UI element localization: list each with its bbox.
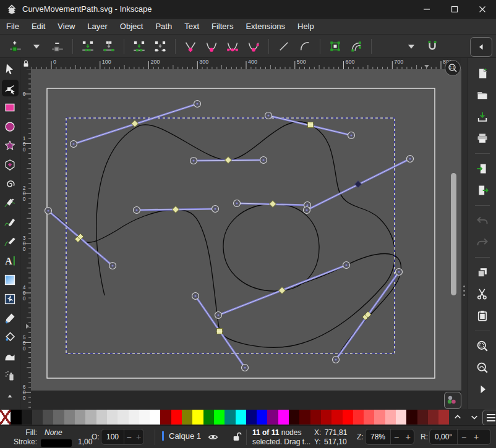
smooth-node-button[interactable] xyxy=(202,37,221,56)
opacity-increase-button[interactable]: + xyxy=(134,432,143,442)
join-with-segment-button[interactable] xyxy=(129,37,149,56)
menu-edit[interactable]: Edit xyxy=(25,19,51,33)
vertical-scrollbar-thumb[interactable] xyxy=(451,173,456,295)
tool-rectangle[interactable] xyxy=(2,99,19,116)
path-node[interactable] xyxy=(279,287,286,294)
tool-mesh-gradient[interactable] xyxy=(2,290,19,307)
rotation-value[interactable]: 0,00° xyxy=(430,433,457,441)
object-to-path-button[interactable] xyxy=(325,37,345,56)
palette-swatch[interactable] xyxy=(385,410,396,425)
palette-swatch-none[interactable] xyxy=(0,410,11,425)
palette-swatch[interactable] xyxy=(118,410,128,425)
palette-swatch[interactable] xyxy=(310,410,321,425)
palette-swatch[interactable] xyxy=(289,410,299,425)
tool-node-editor[interactable] xyxy=(2,80,19,96)
palette-menu-button[interactable] xyxy=(482,410,496,426)
stroke-width-value[interactable]: 1,00 xyxy=(78,437,92,446)
palette-swatch[interactable] xyxy=(43,410,53,425)
palette-scroll-up-button[interactable] xyxy=(449,409,466,425)
palette-swatch[interactable] xyxy=(192,410,203,425)
menu-path[interactable]: Path xyxy=(149,19,178,33)
palette-swatch[interactable] xyxy=(353,410,364,425)
toolbox-overflow-button[interactable] xyxy=(2,387,19,404)
path-node[interactable] xyxy=(173,206,179,213)
zoom-drawing-button[interactable] xyxy=(474,360,491,376)
curve-segment-button[interactable] xyxy=(295,37,315,56)
menu-extensions[interactable]: Extensions xyxy=(239,19,291,33)
menu-help[interactable]: Help xyxy=(291,19,320,33)
tool-calligraphy[interactable] xyxy=(2,233,19,250)
rotation-increase-button[interactable]: + xyxy=(470,432,482,442)
zoom-widget[interactable]: 78% − + xyxy=(365,429,414,445)
insert-node-button[interactable] xyxy=(6,37,25,56)
palette-swatch[interactable] xyxy=(364,410,374,425)
zoom-value[interactable]: 78% xyxy=(366,433,390,441)
palette-swatch[interactable] xyxy=(75,410,85,425)
stroke-to-path-button[interactable] xyxy=(346,37,366,56)
path-node[interactable] xyxy=(225,157,232,164)
open-document-button[interactable] xyxy=(474,87,491,103)
import-button[interactable] xyxy=(474,161,491,177)
close-button[interactable] xyxy=(468,0,496,19)
dock-splitter[interactable] xyxy=(461,58,468,409)
layer-lock-toggle[interactable] xyxy=(231,431,242,442)
tool-pen[interactable] xyxy=(2,195,19,211)
opacity-widget[interactable]: 100 − + xyxy=(101,429,144,445)
tool-dropper[interactable] xyxy=(2,310,19,326)
palette-swatch[interactable] xyxy=(129,410,139,425)
tool-ellipse[interactable] xyxy=(2,118,19,135)
tool-selector[interactable] xyxy=(2,61,19,77)
palette-swatch[interactable] xyxy=(160,410,171,425)
path-node[interactable] xyxy=(132,120,139,127)
palette-swatch[interactable] xyxy=(107,410,118,425)
tool-star[interactable] xyxy=(2,137,19,154)
palette-swatch[interactable] xyxy=(331,410,342,425)
join-nodes-button[interactable] xyxy=(78,37,98,56)
menu-object[interactable]: Object xyxy=(114,19,150,33)
palette-swatch[interactable] xyxy=(150,410,160,425)
palette-swatch[interactable] xyxy=(22,410,32,425)
palette-swatch[interactable] xyxy=(64,410,75,425)
palette-swatch[interactable] xyxy=(85,410,96,425)
palette-scroll-down-button[interactable] xyxy=(466,409,482,425)
bezier-path[interactable] xyxy=(223,204,319,291)
palette-swatch[interactable] xyxy=(396,410,406,425)
layer-name[interactable]: Calque 1 xyxy=(169,431,201,441)
zoom-selection-button[interactable] xyxy=(474,338,491,354)
snap-toggle-button[interactable] xyxy=(422,37,442,56)
stroke-color-swatch[interactable] xyxy=(41,439,72,447)
maximize-button[interactable] xyxy=(440,0,468,19)
palette-swatch[interactable] xyxy=(182,410,192,425)
palette-swatch[interactable] xyxy=(343,410,353,425)
tool-pencil[interactable] xyxy=(2,214,19,230)
undo-button[interactable] xyxy=(474,213,491,229)
palette-swatch[interactable] xyxy=(11,410,21,425)
palette-swatch[interactable] xyxy=(438,410,449,425)
break-nodes-button[interactable] xyxy=(99,37,119,56)
palette-swatch[interactable] xyxy=(257,410,267,425)
cut-button[interactable] xyxy=(474,286,491,302)
zoom-decrease-button[interactable]: − xyxy=(391,432,403,442)
menu-view[interactable]: View xyxy=(51,19,81,33)
duplicate-button[interactable] xyxy=(474,264,491,281)
palette-swatch[interactable] xyxy=(96,410,107,425)
palette-swatch[interactable] xyxy=(214,410,224,425)
redo-button[interactable] xyxy=(474,234,491,250)
print-button[interactable] xyxy=(474,130,491,146)
tool-box-3d[interactable] xyxy=(2,156,19,173)
export-button[interactable] xyxy=(474,182,491,198)
palette-swatch[interactable] xyxy=(417,410,428,425)
color-management-button[interactable] xyxy=(444,392,461,409)
tool-spiral[interactable] xyxy=(2,175,19,192)
palette-swatch[interactable] xyxy=(299,410,310,425)
collapse-commands-button[interactable] xyxy=(470,37,492,57)
zoom-corner-button[interactable]: 1:1 xyxy=(445,60,461,76)
palette-swatch[interactable] xyxy=(53,410,64,425)
menu-filters[interactable]: Filters xyxy=(205,19,239,33)
toolbar-overflow-button[interactable] xyxy=(401,37,421,56)
horizontal-scrollbar[interactable] xyxy=(31,391,461,409)
palette-swatch[interactable] xyxy=(428,410,438,425)
fill-value[interactable]: None xyxy=(45,428,62,437)
drawing-area[interactable] xyxy=(31,69,461,409)
menu-text[interactable]: Text xyxy=(178,19,205,33)
